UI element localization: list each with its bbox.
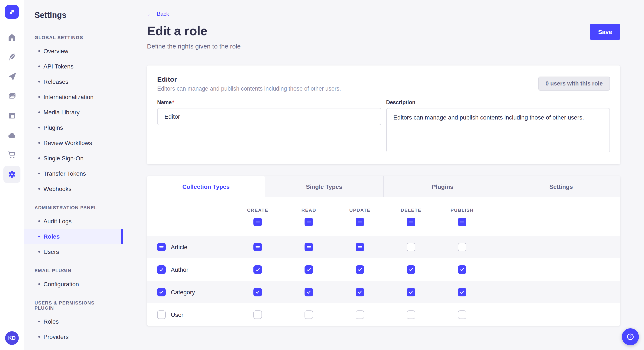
category-create-checkbox[interactable] (254, 288, 262, 296)
rail-button-home[interactable] (4, 29, 20, 46)
cell-author-create (232, 265, 283, 274)
required-asterisk: * (172, 100, 174, 105)
row-label: User (171, 311, 183, 318)
article-read-checkbox[interactable] (304, 243, 313, 251)
category-publish-checkbox[interactable] (458, 288, 466, 296)
strapi-logo[interactable] (5, 5, 19, 19)
category-row-checkbox[interactable] (157, 288, 166, 296)
sidebar-item-roles[interactable]: Roles (24, 314, 123, 329)
indeterminate-dash-icon (409, 222, 413, 223)
sidebar-item-review-workflows[interactable]: Review Workflows (24, 135, 123, 151)
sidebar-item-label: Transfer Tokens (44, 170, 86, 177)
sidebar-item-overview[interactable]: Overview (24, 43, 123, 59)
select-all-update-checkbox[interactable] (356, 218, 364, 226)
rail-button-content-type-builder[interactable] (4, 48, 20, 65)
author-read-checkbox[interactable] (304, 265, 313, 274)
sidebar-item-internationalization[interactable]: Internationalization (24, 89, 123, 105)
header-cell-read: READ (283, 197, 334, 226)
select-all-publish-checkbox[interactable] (458, 218, 466, 226)
sidebar-item-label: Users (44, 248, 59, 255)
back-link[interactable]: ← Back (147, 11, 169, 17)
sidebar-item-roles[interactable]: Roles (24, 229, 123, 244)
role-details-card: Editor Editors can manage and publish co… (147, 65, 620, 164)
description-textarea[interactable]: Editors can manage and publish contents … (386, 108, 610, 152)
sidebar-item-releases[interactable]: Releases (24, 74, 123, 89)
back-label: Back (157, 11, 169, 17)
permission-row-author: Author (147, 258, 620, 281)
rail-button-content-manager[interactable] (4, 107, 20, 124)
category-read-checkbox[interactable] (304, 288, 313, 296)
article-create-checkbox[interactable] (254, 243, 262, 251)
rail-button-settings[interactable] (4, 166, 20, 183)
sidebar-item-media-library[interactable]: Media Library (24, 105, 123, 120)
rail-button-marketplace[interactable] (4, 146, 20, 163)
cell-category-delete (386, 288, 436, 296)
author-update-checkbox[interactable] (356, 265, 364, 274)
subnav-section-label: EMAIL PLUGIN (24, 268, 123, 273)
users-with-role-badge[interactable]: 0 users with this role (538, 77, 610, 91)
article-publish-checkbox[interactable] (458, 243, 466, 251)
sidebar-item-plugins[interactable]: Plugins (24, 120, 123, 135)
sidebar-item-label: Providers (44, 334, 68, 340)
user-update-checkbox[interactable] (356, 310, 364, 319)
article-update-checkbox[interactable] (356, 243, 364, 251)
user-read-checkbox[interactable] (304, 310, 313, 319)
subnav-section-label: USERS & PERMISSIONS PLUGIN (24, 300, 123, 311)
name-input[interactable] (157, 108, 381, 125)
check-icon (255, 289, 260, 295)
sidebar-item-transfer-tokens[interactable]: Transfer Tokens (24, 166, 123, 181)
rail-button-cloud[interactable] (4, 127, 20, 144)
content-manager-icon (7, 111, 16, 120)
permission-row-user: User (147, 303, 620, 326)
logo-box (0, 0, 24, 24)
header-cell-update: UPDATE (334, 197, 386, 226)
cell-article-update (334, 243, 386, 251)
help-button[interactable]: ? (622, 328, 639, 345)
article-delete-checkbox[interactable] (407, 243, 415, 251)
cell-author-delete (386, 265, 436, 274)
cell-author-publish (436, 265, 488, 274)
tab-single-types[interactable]: Single Types (265, 176, 383, 197)
select-all-create-checkbox[interactable] (254, 218, 262, 226)
category-delete-checkbox[interactable] (407, 288, 415, 296)
select-all-delete-checkbox[interactable] (407, 218, 415, 226)
help-icon: ? (626, 332, 635, 342)
user-create-checkbox[interactable] (254, 310, 262, 319)
sidebar-item-configuration[interactable]: Configuration (24, 276, 123, 292)
check-icon (306, 267, 311, 272)
user-row-checkbox[interactable] (157, 310, 166, 319)
sidebar-item-label: Roles (44, 318, 59, 325)
select-all-read-checkbox[interactable] (304, 218, 313, 226)
tab-collection-types[interactable]: Collection Types (147, 176, 265, 197)
author-create-checkbox[interactable] (254, 265, 262, 274)
sidebar-item-providers[interactable]: Providers (24, 329, 123, 345)
indeterminate-dash-icon (358, 222, 362, 223)
sidebar-item-label: API Tokens (44, 63, 74, 70)
rail-button-deploy[interactable] (4, 68, 20, 85)
sidebar-item-api-tokens[interactable]: API Tokens (24, 59, 123, 74)
name-field-group: Name* (157, 100, 381, 154)
sidebar-item-webhooks[interactable]: Webhooks (24, 181, 123, 196)
author-delete-checkbox[interactable] (407, 265, 415, 274)
sidebar-item-label: Configuration (44, 281, 79, 288)
tab-settings[interactable]: Settings (502, 176, 620, 197)
sidebar-item-audit-logs[interactable]: Audit Logs (24, 213, 123, 229)
article-row-checkbox[interactable] (157, 243, 166, 251)
user-publish-checkbox[interactable] (458, 310, 466, 319)
category-update-checkbox[interactable] (356, 288, 364, 296)
save-button[interactable]: Save (590, 24, 620, 40)
permissions-tabs: Collection TypesSingle TypesPluginsSetti… (147, 176, 620, 197)
home-icon (7, 33, 16, 42)
sidebar-item-users[interactable]: Users (24, 244, 123, 259)
bullet-icon (38, 96, 40, 98)
author-publish-checkbox[interactable] (458, 265, 466, 274)
tab-plugins[interactable]: Plugins (383, 176, 502, 197)
avatar[interactable]: KD (5, 331, 19, 345)
check-icon (357, 289, 362, 295)
cell-category-update (334, 288, 386, 296)
author-row-checkbox[interactable] (157, 265, 166, 274)
rail-button-media-library[interactable] (4, 88, 20, 105)
sidebar-item-single-sign-on[interactable]: Single Sign-On (24, 151, 123, 166)
subnav-section-label: ADMINISTRATION PANEL (24, 205, 123, 210)
user-delete-checkbox[interactable] (407, 310, 415, 319)
